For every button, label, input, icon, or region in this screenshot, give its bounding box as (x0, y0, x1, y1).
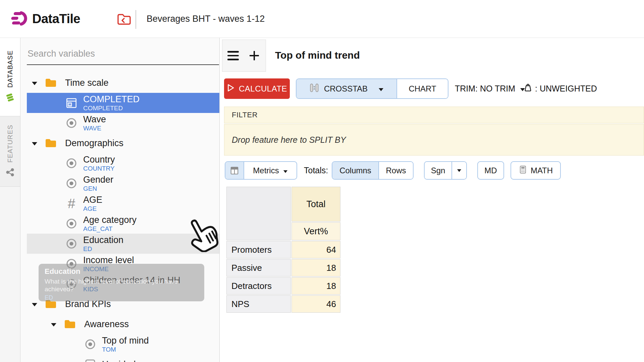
table-cell-value: 18 (291, 277, 340, 295)
chevron-down-icon (283, 166, 288, 175)
chart-segment[interactable]: CHART (397, 79, 448, 98)
workbook-tab-strip (222, 40, 266, 72)
caret-down-icon[interactable] (51, 322, 57, 326)
totals-toggle: Columns Rows (332, 161, 414, 180)
radio-icon (65, 157, 78, 170)
split-by-placeholder: Drop feature here to SPLIT BY (232, 135, 346, 145)
workspace: Top of mind trend CALCULATE (220, 38, 644, 362)
totals-columns-button[interactable]: Columns (332, 162, 379, 179)
tree-item-income-level[interactable]: Income levelINCOME (27, 254, 220, 274)
calculate-button[interactable]: CALCULATE (224, 78, 290, 99)
rail-tab-features[interactable]: FEATURES (0, 116, 20, 187)
calendar-icon: 1 (65, 97, 78, 109)
database-icon (5, 93, 15, 104)
radio-icon (65, 257, 78, 270)
variable-code: COMPLETED (83, 105, 140, 112)
project-title: Beverages BHT - waves 1-12 (147, 0, 265, 38)
variable-code: GEN (83, 185, 113, 192)
tree-item-age-category[interactable]: Age categoryAGE_CAT (27, 214, 220, 234)
sgn-dropdown-caret[interactable] (452, 162, 466, 179)
variable-code: AGE_CAT (83, 225, 137, 233)
trim-label: TRIM: NO TRIM (455, 84, 515, 94)
chart-label: CHART (409, 84, 436, 94)
table-row-label: NPS (226, 295, 291, 313)
variable-label: Education (83, 235, 123, 245)
weighting-control[interactable]: : UNWEIGHTED (523, 78, 597, 99)
table-row-label: Promoters (226, 241, 291, 258)
back-to-projects-button[interactable] (116, 11, 132, 27)
tree-folder-demographics[interactable]: Demographics (27, 133, 220, 153)
totals-label: Totals: (304, 161, 328, 180)
table-metric-header: Vert% (291, 222, 340, 240)
table-row-label: Passive (226, 259, 291, 277)
weight-icon (523, 83, 533, 95)
totals-rows-button[interactable]: Rows (379, 162, 413, 179)
toolbar: CALCULATE CROSSTAB (220, 78, 644, 99)
datatile-logo[interactable]: DataTile (10, 0, 80, 38)
metrics-label: Metrics (253, 166, 279, 175)
variable-label: Wave (83, 114, 106, 125)
tree-folder-awareness[interactable]: Awareness (27, 314, 220, 334)
tree-item-children-under-14-in-hh[interactable]: Children under 14 in HHKIDS (27, 274, 220, 294)
variable-label: Children under 14 in HH (83, 275, 180, 286)
weight-label: : UNWEIGHTED (535, 84, 597, 94)
folder-label: Brand KPIs (65, 299, 111, 309)
split-by-drop-zone[interactable]: Drop feature here to SPLIT BY (224, 124, 644, 156)
md-button[interactable]: MD (477, 161, 504, 180)
tree-item-wave[interactable]: WaveWAVE (27, 113, 220, 133)
math-button[interactable]: MATH (511, 161, 561, 180)
variable-label: COMPLETED (83, 94, 140, 105)
search-variables-input[interactable] (27, 47, 219, 65)
tree-folder-brand-kpis[interactable]: Brand KPIs (27, 294, 220, 314)
table-corner-cell (226, 187, 291, 240)
folder-icon (45, 78, 56, 88)
features-icon (6, 168, 14, 178)
trim-dropdown[interactable]: TRIM: NO TRIM (455, 78, 525, 99)
tree-item-unaided-awareness[interactable]: Unaided awareness (27, 354, 220, 362)
database-tab-label: DATABASE (6, 50, 14, 88)
table-cell-value: 46 (291, 295, 340, 313)
tree-item-top-of-mind[interactable]: Top of mindTOM (27, 334, 220, 354)
caret-down-icon[interactable] (32, 302, 38, 306)
table-cell-value: 64 (291, 241, 340, 258)
filter-drop-zone[interactable]: FILTER (224, 107, 644, 123)
tree-item-completed[interactable]: 1COMPLETEDCOMPLETED (27, 93, 220, 113)
variable-code: AGE (83, 205, 102, 213)
hash-icon: # (65, 197, 78, 210)
app-root: DataTile Beverages BHT - waves 1-12 DATA… (0, 0, 644, 362)
variable-label: Gender (83, 175, 113, 185)
crosstab-segment[interactable]: CROSSTAB (297, 79, 397, 98)
rail-tab-database[interactable]: DATABASE (0, 38, 20, 116)
logo-text: DataTile (32, 12, 80, 26)
folder-label: Awareness (84, 319, 129, 329)
variable-code: INCOME (83, 265, 134, 273)
caret-down-icon[interactable] (32, 141, 38, 145)
calculator-icon (519, 165, 527, 176)
variable-code: ED (83, 245, 123, 253)
variables-panel: Time scale1COMPLETEDCOMPLETEDWaveWAVEDem… (20, 38, 220, 362)
metrics-dropdown[interactable]: Metrics (225, 161, 297, 180)
tree-folder-time-scale[interactable]: Time scale (27, 73, 220, 93)
crosstab-label: CROSSTAB (324, 84, 368, 94)
chevron-down-icon (378, 84, 384, 94)
caret-down-icon[interactable] (32, 81, 38, 85)
filter-label: FILTER (232, 111, 258, 119)
radio-icon (65, 217, 78, 230)
sgn-button[interactable]: Sgn (425, 162, 452, 179)
table-row: NPS46 (226, 295, 340, 313)
table-grid-icon (225, 162, 244, 179)
variable-label: Age category (83, 215, 137, 225)
tree-item-country[interactable]: CountryCOUNTRY (27, 153, 220, 173)
header-divider (136, 10, 136, 29)
table-column-header: Total (291, 187, 340, 222)
folder-icon (45, 138, 56, 148)
variables-tree: Time scale1COMPLETEDCOMPLETEDWaveWAVEDem… (20, 73, 220, 362)
table-row-label: Detractors (226, 277, 291, 295)
tree-item-gender[interactable]: GenderGEN (27, 173, 220, 193)
tree-item-education[interactable]: EducationED (27, 234, 220, 254)
menu-icon[interactable] (227, 51, 239, 60)
tree-item-age[interactable]: #AGEAGE (27, 193, 220, 214)
app-header: DataTile Beverages BHT - waves 1-12 (0, 0, 644, 38)
table-row: Detractors18 (226, 277, 340, 295)
add-tab-icon[interactable] (248, 49, 261, 62)
